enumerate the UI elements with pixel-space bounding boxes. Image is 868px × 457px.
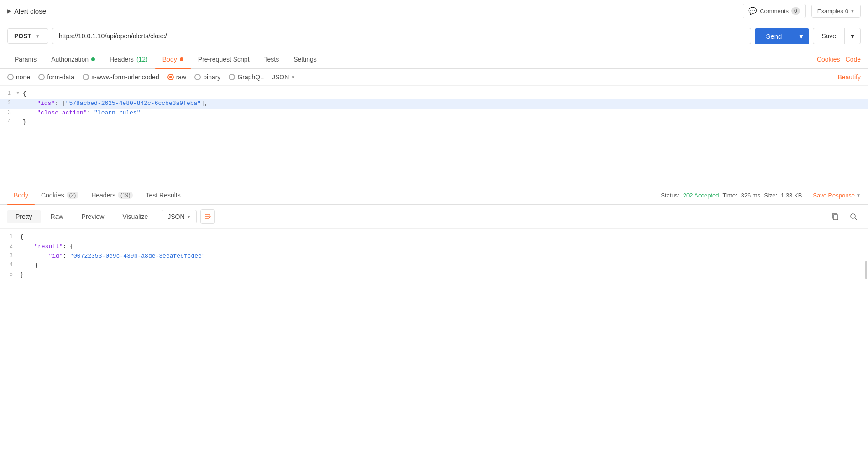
prerequest-label: Pre-request Script (198, 56, 250, 63)
tab-settings[interactable]: Settings (286, 50, 324, 68)
response-tab-headers[interactable]: Headers (19) (85, 186, 139, 204)
viewer-json-select[interactable]: JSON ▼ (162, 210, 197, 223)
save-response-chevron-icon: ▼ (856, 193, 861, 198)
response-cookies-count: (2) (67, 192, 79, 199)
body-dot (180, 57, 183, 61)
request-line-1: 1 ▼ { (0, 89, 868, 99)
line-toggle-1[interactable]: ▼ (16, 89, 23, 98)
line-content-2: "ids": ["578acbed-2625-4e80-842c-6ccbe3a… (23, 99, 868, 109)
tab-authorization[interactable]: Authorization (44, 50, 102, 68)
viewer-json-label: JSON (167, 213, 184, 220)
method-chevron-icon: ▼ (35, 34, 40, 39)
response-tab-cookies[interactable]: Cookies (2) (35, 186, 85, 204)
resp-num-2: 2 (4, 242, 20, 252)
request-body-editor[interactable]: 1 ▼ { 2 "ids": ["578acbed-2625-4e80-842c… (0, 86, 868, 186)
alert-title-text: Alert close (14, 7, 46, 15)
status-label: Status: (661, 192, 679, 199)
tab-prerequest[interactable]: Pre-request Script (191, 50, 257, 68)
send-dropdown-icon[interactable]: ▼ (793, 28, 809, 44)
copy-button[interactable] (828, 209, 842, 224)
resp-content-4: } (20, 261, 868, 270)
resp-num-1: 1 (4, 233, 20, 242)
response-area: Body Cookies (2) Headers (19) Test Resul… (0, 186, 868, 311)
params-label: Params (15, 56, 37, 63)
radio-raw-circle (167, 74, 174, 80)
close-action-key: "close_action" (37, 109, 87, 116)
radio-urlencoded[interactable]: x-www-form-urlencoded (83, 73, 159, 81)
response-headers-label: Headers (91, 192, 115, 199)
method-select[interactable]: POST ▼ (7, 28, 48, 44)
radio-raw-label: raw (176, 73, 187, 81)
resp-num-3: 3 (4, 252, 20, 261)
radio-graphql-label: GraphQL (237, 73, 264, 81)
resp-num-5: 5 (4, 270, 20, 280)
tab-tests[interactable]: Tests (257, 50, 287, 68)
line-toggle-4 (16, 118, 23, 126)
radio-none[interactable]: none (7, 73, 30, 81)
viewer-tab-visualize[interactable]: Visualize (114, 210, 156, 223)
radio-graphql-circle (229, 74, 235, 80)
response-test-results-label: Test Results (146, 192, 180, 199)
svg-line-5 (855, 218, 857, 220)
line-num-3: 3 (4, 109, 16, 117)
response-meta: Status: 202 Accepted Time: 326 ms Size: … (661, 192, 861, 199)
send-label[interactable]: Send (755, 28, 793, 44)
tab-body[interactable]: Body (155, 50, 191, 68)
save-response-label: Save Response (813, 192, 855, 199)
headers-label: Headers (110, 56, 134, 63)
id-key: "id" (48, 253, 63, 260)
tab-params[interactable]: Params (7, 50, 44, 68)
url-input[interactable] (52, 28, 751, 44)
radio-form-data[interactable]: form-data (38, 73, 74, 81)
size-label: Size: (764, 192, 777, 199)
cookies-link[interactable]: Cookies (817, 56, 840, 63)
radio-raw[interactable]: raw (167, 73, 187, 81)
save-dropdown-icon[interactable]: ▼ (845, 28, 860, 44)
response-headers-count: (19) (118, 192, 133, 199)
authorization-label: Authorization (51, 56, 89, 63)
pretty-label: Pretty (16, 213, 32, 220)
preview-label: Preview (82, 213, 105, 220)
request-tabs-bar: Params Authorization Headers (12) Body P… (0, 50, 868, 69)
response-tab-test-results[interactable]: Test Results (139, 186, 187, 204)
ids-key: "ids" (37, 100, 55, 107)
resp-line-4: 4 } (0, 261, 868, 270)
close-action-value: "learn_rules" (94, 109, 140, 116)
save-label[interactable]: Save (813, 28, 845, 44)
resp-content-1: { (20, 233, 868, 242)
json-type-chevron-icon: ▼ (291, 75, 295, 80)
viewer-json-chevron-icon: ▼ (187, 214, 191, 219)
time-label: Time: (722, 192, 737, 199)
viewer-tab-preview[interactable]: Preview (73, 210, 113, 223)
radio-graphql[interactable]: GraphQL (229, 73, 264, 81)
radio-urlencoded-circle (83, 74, 89, 80)
examples-button[interactable]: Examples 0 ▼ (811, 5, 861, 18)
resp-num-4: 4 (4, 261, 20, 270)
ids-value: "578acbed-2625-4e80-842c-6ccbe3a9feba" (66, 100, 201, 107)
json-type-select[interactable]: JSON ▼ (272, 73, 295, 81)
beautify-button[interactable]: Beautify (837, 73, 861, 81)
response-tab-body[interactable]: Body (7, 186, 35, 204)
search-icon (849, 213, 858, 221)
viewer-tab-pretty[interactable]: Pretty (7, 210, 41, 223)
tab-headers[interactable]: Headers (12) (102, 50, 155, 68)
copy-icon (831, 213, 839, 221)
comments-button[interactable]: 💬 Comments 0 (743, 4, 806, 18)
radio-binary-circle (194, 74, 201, 80)
radio-binary[interactable]: binary (194, 73, 220, 81)
save-response-button[interactable]: Save Response ▼ (813, 192, 861, 199)
viewer-tab-raw[interactable]: Raw (42, 210, 72, 223)
code-link[interactable]: Code (846, 56, 861, 63)
top-right-actions: 💬 Comments 0 Examples 0 ▼ (743, 4, 861, 18)
size-value: 1.33 KB (781, 192, 802, 199)
radio-form-data-label: form-data (47, 73, 74, 81)
url-bar: POST ▼ Send ▼ Save ▼ (0, 22, 868, 50)
wrap-button[interactable] (200, 209, 215, 224)
tests-label: Tests (264, 56, 279, 63)
resp-content-3: "id": "00722353-0e9c-439b-a8de-3eeafe6fc… (20, 252, 868, 261)
search-button[interactable] (846, 209, 861, 224)
triangle-icon: ▶ (7, 8, 11, 14)
resp-line-3: 3 "id": "00722353-0e9c-439b-a8de-3eeafe6… (0, 252, 868, 261)
save-button[interactable]: Save ▼ (813, 28, 861, 44)
send-button[interactable]: Send ▼ (755, 28, 809, 44)
